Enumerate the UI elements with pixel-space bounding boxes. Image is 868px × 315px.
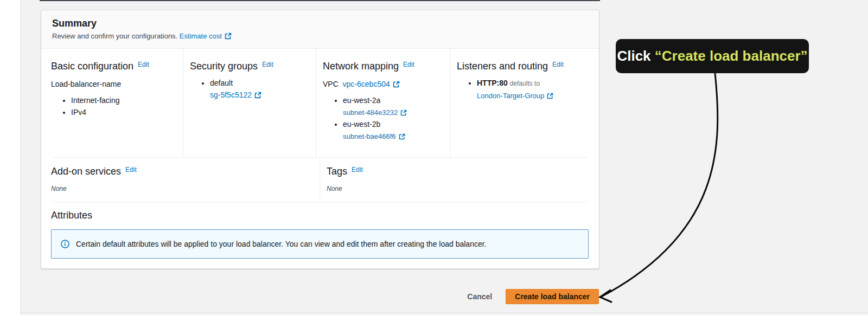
subnet-link[interactable]: subnet-bae466f6 xyxy=(343,131,405,142)
footer-actions: Cancel Create load balancer xyxy=(464,289,599,304)
info-icon xyxy=(61,240,69,248)
summary-subtitle-text: Review and confirm your configurations. xyxy=(52,32,177,40)
edit-security-groups-link[interactable]: Edit xyxy=(262,61,273,68)
external-link-icon xyxy=(547,93,553,99)
section-basic-configuration: Basic configurationEdit Load-balancer-na… xyxy=(41,49,183,157)
bottom-section-divider xyxy=(21,312,868,313)
summary-panel: Summary Review and confirm your configur… xyxy=(41,10,599,269)
summary-grid-row-2: Add-on servicesEdit None TagsEdit None xyxy=(41,158,599,202)
external-link-icon xyxy=(225,33,232,40)
subnet-link[interactable]: subnet-484e3232 xyxy=(343,107,407,118)
security-group-name: default xyxy=(210,79,233,87)
edit-tags-link[interactable]: Edit xyxy=(352,166,363,173)
addon-services-title: Add-on services xyxy=(51,166,121,177)
left-rail xyxy=(0,0,21,315)
tags-value: None xyxy=(327,185,592,192)
security-group-link[interactable]: sg-5f5c5122 xyxy=(210,91,261,99)
top-section-divider xyxy=(40,0,600,1)
basic-configuration-title: Basic configuration xyxy=(51,61,133,72)
list-item: eu-west-2b subnet-bae466f6 xyxy=(343,118,443,142)
edit-basic-configuration-link[interactable]: Edit xyxy=(138,61,149,68)
edit-network-mapping-link[interactable]: Edit xyxy=(403,61,414,68)
availability-zone: eu-west-2a xyxy=(343,96,380,105)
security-groups-list: default sg-5f5c5122 xyxy=(190,77,309,101)
section-listeners-routing: Listeners and routingEdit HTTP:80 defaul… xyxy=(450,49,599,157)
listener-protocol: HTTP:80 xyxy=(477,79,508,87)
annotation-tooltip: Click “Create load balancer” xyxy=(616,39,809,73)
summary-grid-row-1: Basic configurationEdit Load-balancer-na… xyxy=(41,49,599,157)
external-link-icon xyxy=(393,81,400,88)
target-group-link[interactable]: London-Target-Group xyxy=(477,90,553,101)
attributes-title: Attributes xyxy=(51,210,92,221)
basic-configuration-list: Internet-facing IPv4 xyxy=(51,94,176,118)
annotation-quoted-text: “Create load balancer” xyxy=(655,48,808,65)
summary-subtitle: Review and confirm your configurations. … xyxy=(52,32,588,41)
list-item: HTTP:80 defaults to London-Target-Group xyxy=(477,77,592,101)
edit-listeners-routing-link[interactable]: Edit xyxy=(552,61,564,68)
create-load-balancer-button[interactable]: Create load balancer xyxy=(506,289,599,304)
load-balancer-name: Load-balancer-name xyxy=(51,79,176,89)
list-item: Internet-facing xyxy=(71,94,176,106)
estimate-cost-link[interactable]: Estimate cost xyxy=(180,32,232,40)
availability-zone: eu-west-2b xyxy=(343,120,380,128)
summary-header: Summary Review and confirm your configur… xyxy=(41,10,599,49)
list-item: eu-west-2a subnet-484e3232 xyxy=(343,94,443,118)
vpc-label: VPC xyxy=(323,80,339,88)
vpc-row: VPC vpc-6cebc504 xyxy=(323,79,443,89)
section-attributes: Attributes Certain default attributes wi… xyxy=(41,202,599,259)
external-link-icon xyxy=(254,92,261,99)
external-link-icon xyxy=(399,133,405,140)
security-groups-title: Security groups xyxy=(190,61,258,72)
listeners-list: HTTP:80 defaults to London-Target-Group xyxy=(457,77,592,101)
attributes-info-banner: Certain default attributes will be appli… xyxy=(51,229,589,259)
section-addon-services: Add-on servicesEdit None xyxy=(41,158,320,202)
tags-title: Tags xyxy=(327,166,347,177)
section-network-mapping: Network mappingEdit VPC vpc-6cebc504 eu-… xyxy=(316,49,450,157)
listener-connector: defaults to xyxy=(510,80,540,87)
listeners-routing-title: Listeners and routing xyxy=(457,61,548,72)
section-security-groups: Security groupsEdit default sg-5f5c5122 xyxy=(183,49,316,157)
network-mapping-title: Network mapping xyxy=(323,61,399,72)
cancel-button[interactable]: Cancel xyxy=(464,292,495,301)
external-link-icon xyxy=(400,110,407,116)
summary-title: Summary xyxy=(52,17,588,29)
subnet-list: eu-west-2a subnet-484e3232 eu-west-2b su… xyxy=(323,94,443,142)
addon-services-value: None xyxy=(51,185,313,192)
annotation-prefix: Click xyxy=(617,48,654,65)
edit-addon-services-link[interactable]: Edit xyxy=(125,166,137,173)
section-tags: TagsEdit None xyxy=(320,158,599,202)
vpc-link[interactable]: vpc-6cebc504 xyxy=(343,80,400,88)
list-item: IPv4 xyxy=(71,106,176,118)
attributes-info-message: Certain default attributes will be appli… xyxy=(76,240,487,248)
list-item: default sg-5f5c5122 xyxy=(210,77,309,101)
